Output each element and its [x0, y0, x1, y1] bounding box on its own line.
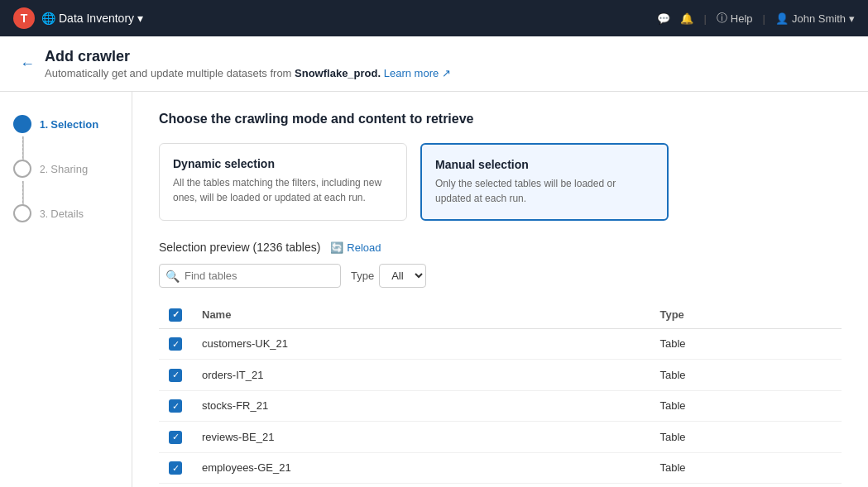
app-logo[interactable]: T	[13, 7, 35, 29]
row-5-checkbox-cell	[159, 452, 192, 484]
help-icon: ⓘ	[717, 11, 727, 26]
row-2-checkbox[interactable]	[169, 369, 182, 382]
message-icon[interactable]: 💬	[657, 12, 670, 25]
search-input[interactable]	[159, 264, 341, 288]
step-details: 3. Details	[13, 204, 118, 222]
row-2-name: orders-IT_21	[192, 360, 650, 391]
row-5-type: Table	[650, 452, 842, 484]
manual-selection-card[interactable]: Manual selection Only the selected table…	[420, 143, 669, 221]
row-1-type: Table	[650, 328, 842, 360]
row-2-type: Table	[650, 360, 842, 391]
header-checkbox-col	[159, 301, 192, 328]
selection-cards: Dynamic selection All the tables matchin…	[159, 143, 842, 221]
step-1-label[interactable]: 1. Selection	[40, 118, 98, 131]
row-3-name: stocks-FR_21	[192, 390, 650, 422]
divider2: |	[763, 12, 765, 25]
preview-title: Selection preview (1236 tables)	[159, 241, 320, 254]
page-title: Add crawler	[45, 48, 451, 65]
row-3-type: Table	[650, 390, 842, 422]
reload-icon: 🔄	[330, 241, 343, 254]
step-sharing: 2. Sharing	[13, 160, 118, 178]
manual-card-title: Manual selection	[435, 158, 654, 171]
top-navigation: T 🌐 Data Inventory ▾ 💬 🔔 | ⓘ Help | 👤 Jo…	[0, 0, 868, 36]
table-row: employees-GE_21 Table	[159, 452, 842, 484]
step-3-label[interactable]: 3. Details	[40, 208, 84, 220]
help-button[interactable]: ⓘ Help	[717, 11, 753, 26]
main-layout: 1. Selection 2. Sharing 3. Details Choos…	[0, 92, 868, 487]
step-selection: 1. Selection	[13, 115, 118, 133]
section-title: Choose the crawling mode and content to …	[159, 112, 842, 127]
header-name: Name	[192, 301, 650, 328]
dynamic-card-desc: All the tables matching the filters, inc…	[173, 175, 393, 205]
row-4-checkbox[interactable]	[169, 431, 182, 444]
topnav-left: T 🌐 Data Inventory ▾	[13, 7, 143, 29]
row-2-checkbox-cell	[159, 360, 192, 391]
row-1-name: customers-UK_21	[192, 328, 650, 360]
row-3-checkbox-cell	[159, 390, 192, 422]
type-filter: Type All	[351, 264, 426, 288]
table-row: reviews-BE_21 Table	[159, 422, 842, 453]
row-4-name: reviews-BE_21	[192, 422, 650, 453]
table-row: stocks-FR_21 Table	[159, 390, 842, 422]
page-description: Automatically get and update multiple da…	[45, 67, 451, 79]
type-select[interactable]: All	[379, 264, 426, 288]
table-header-row: Name Type	[159, 301, 842, 328]
row-4-type: Table	[650, 422, 842, 453]
row-1-checkbox[interactable]	[169, 337, 182, 351]
search-input-wrap: 🔍	[159, 264, 341, 288]
content-area: Choose the crawling mode and content to …	[132, 92, 868, 487]
table-row: customers-UK_21 Table	[159, 328, 842, 360]
chevron-down-icon: ▾	[849, 12, 855, 25]
dynamic-card-title: Dynamic selection	[173, 157, 393, 170]
user-menu[interactable]: 👤 John Smith ▾	[775, 12, 855, 25]
header-type: Type	[650, 301, 842, 328]
reload-button[interactable]: 🔄 Reload	[330, 241, 381, 254]
brand-menu[interactable]: 🌐 Data Inventory ▾	[41, 12, 143, 25]
divider: |	[703, 12, 706, 25]
subheader-text: Add crawler Automatically get and update…	[45, 48, 451, 79]
steps-sidebar: 1. Selection 2. Sharing 3. Details	[0, 92, 132, 487]
step-2-label[interactable]: 2. Sharing	[40, 163, 88, 175]
external-link-icon: ↗	[442, 67, 451, 79]
step-3-circle	[13, 204, 31, 222]
chevron-down-icon: ▾	[137, 12, 143, 25]
row-5-name: employees-GE_21	[192, 452, 650, 484]
globe-icon: 🌐	[41, 12, 55, 25]
select-all-checkbox[interactable]	[169, 308, 182, 322]
learn-more-link[interactable]: Learn more ↗	[384, 67, 451, 79]
tables-list: Name Type customers-UK_21 Table orders-I	[159, 301, 842, 487]
dynamic-selection-card[interactable]: Dynamic selection All the tables matchin…	[159, 143, 407, 221]
type-label: Type	[351, 270, 374, 282]
topnav-right: 💬 🔔 | ⓘ Help | 👤 John Smith ▾	[657, 11, 855, 26]
manual-card-desc: Only the selected tables will be loaded …	[435, 176, 654, 206]
search-filter-row: 🔍 Type All	[159, 264, 842, 288]
step-1-circle	[13, 115, 31, 133]
row-1-checkbox-cell	[159, 328, 192, 360]
bell-icon[interactable]: 🔔	[680, 12, 693, 25]
row-5-checkbox[interactable]	[169, 461, 182, 475]
user-icon: 👤	[775, 12, 789, 25]
preview-header: Selection preview (1236 tables) 🔄 Reload	[159, 241, 842, 254]
back-button[interactable]: ←	[20, 55, 35, 73]
step-2-circle	[13, 160, 31, 178]
row-4-checkbox-cell	[159, 422, 192, 453]
subheader: ← Add crawler Automatically get and upda…	[0, 36, 868, 92]
table-ellipsis-row: —	[159, 484, 842, 488]
row-3-checkbox[interactable]	[169, 399, 182, 413]
table-row: orders-IT_21 Table	[159, 360, 842, 391]
search-icon: 🔍	[165, 270, 180, 283]
